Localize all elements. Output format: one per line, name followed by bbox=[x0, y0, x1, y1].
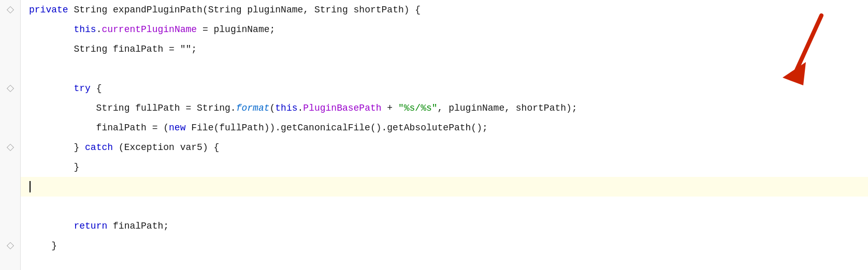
code-content[interactable]: private String expandPluginPath(String p… bbox=[21, 0, 868, 270]
text-cursor bbox=[30, 181, 31, 192]
code-line-3: String finalPath = ""; bbox=[21, 39, 868, 59]
red-arrow-icon bbox=[775, 10, 837, 93]
keyword-string-1: String bbox=[74, 0, 113, 20]
exception: (Exception var5) { bbox=[113, 138, 219, 157]
gutter-row-5 bbox=[0, 79, 21, 98]
gutter-row-10 bbox=[0, 177, 21, 197]
brace-5: { bbox=[91, 79, 102, 98]
gutter-row-11 bbox=[0, 197, 21, 216]
keyword-catch: catch bbox=[85, 138, 113, 157]
gutter-row-1 bbox=[0, 0, 21, 20]
indent-8: } bbox=[29, 138, 85, 157]
gutter-row-8 bbox=[0, 138, 21, 157]
gutter-row-13 bbox=[0, 236, 21, 256]
code-line-13: } bbox=[21, 236, 868, 256]
indent-2 bbox=[29, 20, 74, 39]
return-val: finalPath; bbox=[107, 216, 169, 236]
gutter-marker-8 bbox=[6, 144, 13, 151]
assign-1: = pluginName; bbox=[197, 20, 275, 39]
keyword-return: return bbox=[74, 216, 107, 236]
params: (String pluginName, String shortPath) { bbox=[202, 0, 421, 20]
code-line-6: String fullPath = String.format(this.Plu… bbox=[21, 98, 868, 118]
gutter-row-3 bbox=[0, 39, 21, 59]
keyword-this-2: this bbox=[275, 98, 297, 118]
indent-12 bbox=[29, 216, 74, 236]
dot-1: . bbox=[96, 20, 102, 39]
field-currentPluginName: currentPluginName bbox=[102, 20, 197, 39]
indent-6: String fullPath = String. bbox=[29, 98, 236, 118]
plus-6: + bbox=[382, 98, 398, 118]
code-line-2: this.currentPluginName = pluginName; bbox=[21, 20, 868, 39]
keyword-this-1: this bbox=[74, 20, 96, 39]
method-format: format bbox=[236, 98, 270, 118]
gutter-marker-13 bbox=[6, 242, 13, 249]
code-line-10 bbox=[21, 177, 868, 197]
code-editor: private String expandPluginPath(String p… bbox=[0, 0, 868, 270]
close-brace-9: } bbox=[29, 157, 79, 177]
line-3-text: String finalPath = ""; bbox=[29, 39, 197, 59]
annotation-container bbox=[775, 10, 837, 96]
gutter-row-9 bbox=[0, 157, 21, 177]
code-line-5: try { bbox=[21, 79, 868, 98]
method-name: expandPluginPath bbox=[113, 0, 202, 20]
keyword-try: try bbox=[74, 79, 90, 98]
gutter-row-12 bbox=[0, 216, 21, 236]
keyword-new: new bbox=[169, 118, 185, 138]
gutter-marker-5 bbox=[6, 85, 13, 92]
code-line-9: } bbox=[21, 157, 868, 177]
close-brace-13: } bbox=[29, 236, 57, 256]
code-line-7: finalPath = (new File(fullPath)).getCano… bbox=[21, 118, 868, 138]
code-line-4 bbox=[21, 59, 868, 79]
gutter-row-4 bbox=[0, 59, 21, 79]
string-format: "%s/%s" bbox=[398, 98, 438, 118]
keyword-private: private bbox=[29, 0, 74, 20]
svg-marker-1 bbox=[783, 62, 806, 85]
gutter-marker-1 bbox=[6, 6, 13, 13]
code-line-8: } catch (Exception var5) { bbox=[21, 138, 868, 157]
gutter-row-2 bbox=[0, 20, 21, 39]
indent-7: finalPath = ( bbox=[29, 118, 169, 138]
gutter-row-6 bbox=[0, 98, 21, 118]
dot-2: . bbox=[298, 98, 303, 118]
code-line-11 bbox=[21, 197, 868, 216]
svg-line-0 bbox=[795, 16, 821, 72]
gutter-row-7 bbox=[0, 118, 21, 138]
file-call: File(fullPath)).getCanonicalFile().getAb… bbox=[185, 118, 487, 138]
code-line-1: private String expandPluginPath(String p… bbox=[21, 0, 868, 20]
paren-6: ( bbox=[269, 98, 275, 118]
gutter bbox=[0, 0, 21, 270]
args-6: , pluginName, shortPath); bbox=[438, 98, 577, 118]
code-line-12: return finalPath; bbox=[21, 216, 868, 236]
indent-5 bbox=[29, 79, 74, 98]
field-pluginBasePath: PluginBasePath bbox=[303, 98, 381, 118]
